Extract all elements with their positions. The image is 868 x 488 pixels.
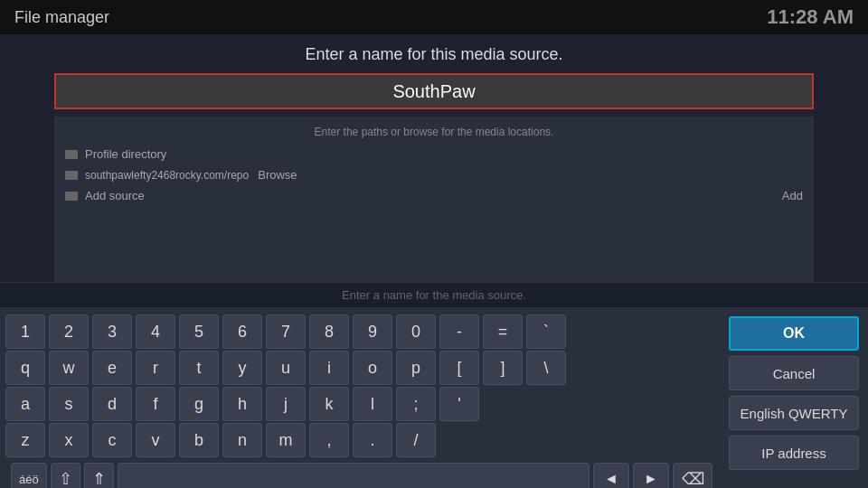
keyboard-row-zxcv: z x c v b n m , . / (5, 423, 718, 457)
key-y[interactable]: y (222, 351, 262, 385)
prev-key[interactable]: ◄ (593, 463, 629, 488)
key-h[interactable]: h (222, 387, 262, 421)
keyboard-area: 1 2 3 4 5 6 7 8 9 0 - = ` q w e r t y u … (0, 307, 868, 488)
key-7[interactable]: 7 (266, 314, 306, 349)
key-backslash[interactable]: \ (526, 351, 566, 385)
key-slash[interactable]: / (396, 423, 436, 457)
key-equals[interactable]: = (483, 314, 523, 349)
key-b[interactable]: b (179, 423, 219, 457)
key-3[interactable]: 3 (92, 314, 132, 349)
key-n[interactable]: n (222, 423, 262, 457)
space-key[interactable] (118, 463, 590, 488)
key-w[interactable]: w (49, 351, 89, 385)
keyboard-row-numbers: 1 2 3 4 5 6 7 8 9 0 - = ` (5, 314, 718, 349)
add-icon (65, 192, 78, 201)
input-value: SouthPaw (63, 81, 805, 102)
key-1[interactable]: 1 (5, 314, 45, 349)
add-source-label: Add source (85, 189, 773, 202)
key-minus[interactable]: - (439, 314, 479, 349)
caps-key[interactable]: ⇑ (84, 463, 114, 488)
add-button[interactable]: Add (782, 189, 803, 202)
key-9[interactable]: 9 (353, 314, 392, 349)
key-period[interactable]: . (353, 423, 392, 457)
side-buttons: OK Cancel English QWERTY IP address (723, 307, 868, 488)
key-quote[interactable]: ' (439, 387, 479, 421)
key-l[interactable]: l (353, 387, 392, 421)
key-v[interactable]: v (136, 423, 175, 457)
app-title: File manager (14, 8, 109, 27)
ok-button[interactable]: OK (729, 316, 859, 351)
key-z[interactable]: z (5, 423, 45, 457)
backspace-key[interactable]: ⌫ (673, 463, 712, 488)
key-5[interactable]: 5 (179, 314, 219, 349)
key-0[interactable]: 0 (396, 314, 436, 349)
keyboard-main: 1 2 3 4 5 6 7 8 9 0 - = ` q w e r t y u … (0, 307, 723, 488)
key-rbracket[interactable]: ] (483, 351, 523, 385)
shift-key[interactable]: ⇧ (51, 463, 80, 488)
file-panel-subtitle: Enter the paths or browse for the media … (54, 122, 814, 144)
key-d[interactable]: d (92, 387, 132, 421)
source-path: southpawlefty2468rocky.com/repo (85, 169, 249, 182)
key-p[interactable]: p (396, 351, 436, 385)
add-source-row[interactable]: Add source Add (54, 185, 814, 206)
profile-directory-label: Profile directory (85, 147, 803, 161)
key-i[interactable]: i (309, 351, 349, 385)
key-u[interactable]: u (266, 351, 306, 385)
key-k[interactable]: k (309, 387, 349, 421)
name-input-bar[interactable]: SouthPaw (54, 73, 814, 109)
key-o[interactable]: o (353, 351, 392, 385)
profile-directory-row[interactable]: Profile directory (54, 144, 814, 164)
folder-icon (65, 150, 78, 159)
source-name-bar: Enter a name for the media source. (0, 282, 868, 307)
key-e[interactable]: e (92, 351, 132, 385)
browse-button[interactable]: Browse (258, 168, 297, 182)
key-lbracket[interactable]: [ (439, 351, 479, 385)
key-6[interactable]: 6 (222, 314, 262, 349)
key-a[interactable]: a (5, 387, 45, 421)
keyboard-bottom-row: áéö ⇧ ⇑ ◄ ► ⌫ (5, 459, 718, 488)
folder-icon-2 (65, 171, 78, 180)
key-r[interactable]: r (136, 351, 175, 385)
cancel-button[interactable]: Cancel (729, 356, 859, 390)
header-bar: File manager 11:28 AM (0, 0, 868, 34)
key-t[interactable]: t (179, 351, 219, 385)
keyboard-row-asdf: a s d f g h j k l ; ' (5, 387, 718, 421)
key-f[interactable]: f (136, 387, 175, 421)
english-qwerty-button[interactable]: English QWERTY (729, 396, 859, 430)
file-panel: Enter the paths or browse for the media … (54, 117, 814, 282)
key-g[interactable]: g (179, 387, 219, 421)
key-c[interactable]: c (92, 423, 132, 457)
key-m[interactable]: m (266, 423, 306, 457)
key-8[interactable]: 8 (309, 314, 349, 349)
accent-key[interactable]: áéö (11, 463, 47, 488)
key-comma[interactable]: , (309, 423, 349, 457)
key-2[interactable]: 2 (49, 314, 89, 349)
key-q[interactable]: q (5, 351, 45, 385)
ip-address-button[interactable]: IP address (729, 436, 859, 470)
clock: 11:28 AM (767, 5, 854, 29)
source-path-row[interactable]: southpawlefty2468rocky.com/repo Browse (54, 164, 814, 185)
key-4[interactable]: 4 (136, 314, 175, 349)
key-semicolon[interactable]: ; (396, 387, 436, 421)
next-key[interactable]: ► (633, 463, 669, 488)
key-backtick[interactable]: ` (526, 314, 566, 349)
key-x[interactable]: x (49, 423, 89, 457)
key-s[interactable]: s (49, 387, 89, 421)
keyboard-row-qwerty: q w e r t y u i o p [ ] \ (5, 351, 718, 385)
main-content: Enter a name for this media source. Sout… (0, 34, 868, 307)
key-j[interactable]: j (266, 387, 306, 421)
dialog-title: Enter a name for this media source. (0, 34, 868, 73)
